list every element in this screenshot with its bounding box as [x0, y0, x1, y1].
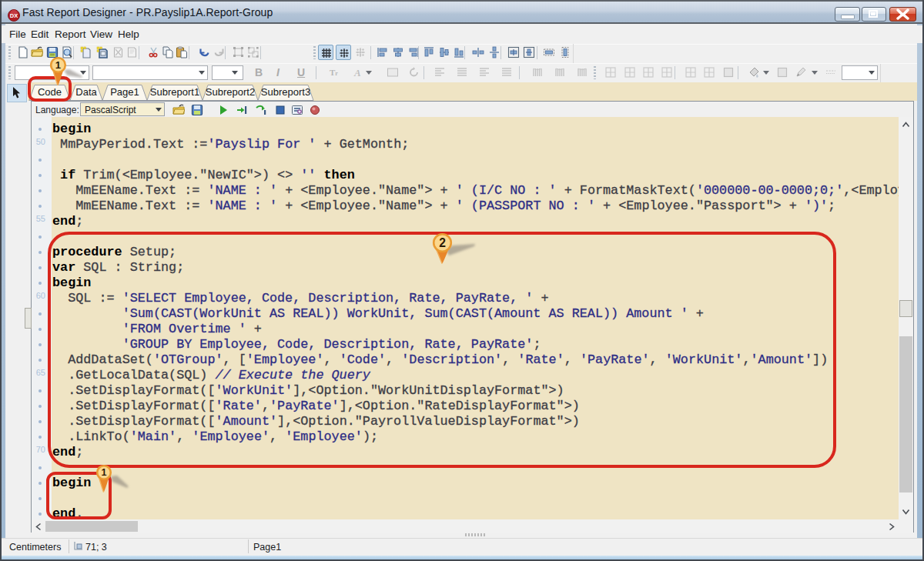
- svg-text:A: A: [353, 67, 361, 78]
- svg-text:1: 1: [55, 59, 61, 71]
- svg-text:DX: DX: [10, 12, 18, 19]
- svg-text:1: 1: [101, 467, 106, 478]
- svg-text:2: 2: [439, 236, 446, 249]
- svg-text:Tr: Tr: [330, 68, 338, 77]
